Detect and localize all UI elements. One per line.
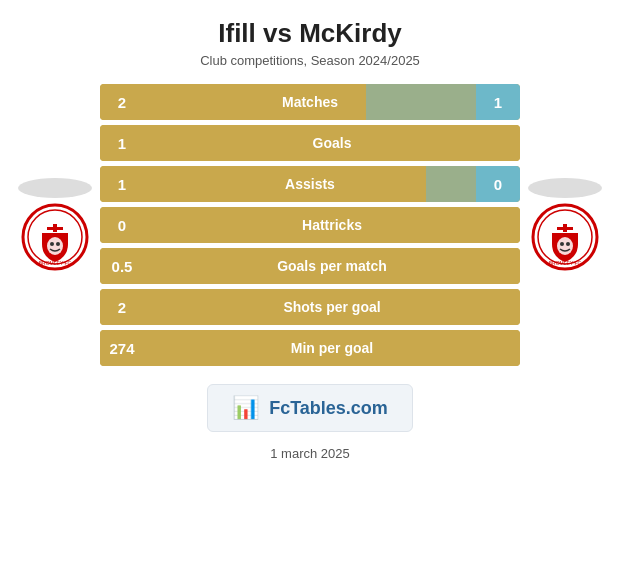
svg-text:BROMLEY FC: BROMLEY FC (549, 260, 582, 266)
left-club-badge: BROMLEY FC (10, 178, 100, 272)
stat-label-text: Goals per match (277, 258, 387, 274)
stats-container: 2Matches11Goals1Assists00Hattricks0.5Goa… (100, 84, 520, 366)
stat-left-value: 0 (100, 207, 144, 243)
stat-label-text: Matches (282, 94, 338, 110)
stat-label-text: Goals (313, 135, 352, 151)
stat-left-value: 2 (100, 84, 144, 120)
svg-point-13 (560, 242, 564, 246)
stat-label-wrap: Goals (144, 125, 520, 161)
stat-label-wrap: Matches (144, 84, 476, 120)
stat-row-shots-per-goal: 2Shots per goal (100, 289, 520, 325)
stat-left-value: 274 (100, 330, 144, 366)
stat-row-min-per-goal: 274Min per goal (100, 330, 520, 366)
svg-point-6 (56, 242, 60, 246)
header: Ifill vs McKirdy Club competitions, Seas… (0, 0, 620, 74)
svg-text:BROMLEY FC: BROMLEY FC (39, 260, 72, 266)
svg-point-14 (566, 242, 570, 246)
stat-left-value: 1 (100, 125, 144, 161)
stat-right-value: 1 (476, 84, 520, 120)
stat-row-hattricks: 0Hattricks (100, 207, 520, 243)
stat-label-wrap: Shots per goal (144, 289, 520, 325)
stat-right-value: 0 (476, 166, 520, 202)
stat-label-wrap: Min per goal (144, 330, 520, 366)
stat-label-wrap: Assists (144, 166, 476, 202)
stat-row-goals-per-match: 0.5Goals per match (100, 248, 520, 284)
stat-row-matches: 2Matches1 (100, 84, 520, 120)
stat-row-assists: 1Assists0 (100, 166, 520, 202)
svg-rect-3 (47, 227, 63, 230)
fctables-icon: 📊 (232, 395, 259, 421)
fctables-banner: 📊 FcTables.com (207, 384, 413, 432)
right-oval-decoration (528, 178, 602, 198)
stat-left-value: 0.5 (100, 248, 144, 284)
svg-point-4 (47, 237, 63, 255)
svg-rect-11 (557, 227, 573, 230)
left-club-logo: BROMLEY FC (20, 202, 90, 272)
stat-label-text: Shots per goal (283, 299, 380, 315)
svg-point-5 (50, 242, 54, 246)
stat-label-text: Hattricks (302, 217, 362, 233)
stat-row-goals: 1Goals (100, 125, 520, 161)
stat-label-text: Assists (285, 176, 335, 192)
stat-label-wrap: Hattricks (144, 207, 520, 243)
left-oval-decoration (18, 178, 92, 198)
right-club-badge: BROMLEY FC (520, 178, 610, 272)
fctables-text: FcTables.com (269, 398, 388, 419)
content-area: BROMLEY FC 2Matches11Goals1Assists00Hatt… (0, 74, 620, 366)
subtitle: Club competitions, Season 2024/2025 (10, 53, 610, 68)
stat-label-wrap: Goals per match (144, 248, 520, 284)
stat-left-value: 1 (100, 166, 144, 202)
svg-point-12 (557, 237, 573, 255)
date-footer: 1 march 2025 (270, 446, 350, 461)
right-club-logo: BROMLEY FC (530, 202, 600, 272)
stat-left-value: 2 (100, 289, 144, 325)
page-title: Ifill vs McKirdy (10, 18, 610, 49)
stat-label-text: Min per goal (291, 340, 373, 356)
